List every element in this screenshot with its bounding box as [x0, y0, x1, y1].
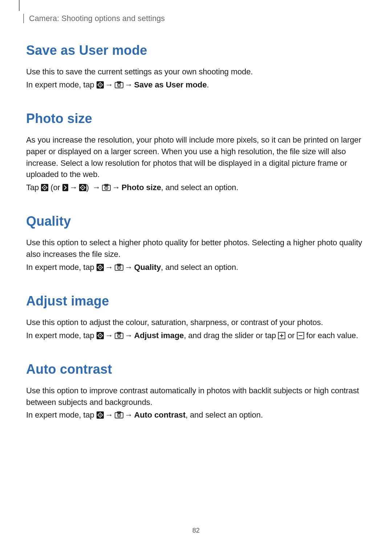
text-fragment: for each value. — [304, 331, 358, 340]
menu-label: Photo size — [122, 183, 161, 192]
menu-label: Adjust image — [134, 331, 184, 340]
heading-adjust-image: Adjust image — [26, 294, 366, 309]
text-fragment: Tap — [26, 183, 41, 192]
arrow-icon: → — [104, 330, 115, 341]
arrow-icon: → — [123, 409, 134, 421]
settings-icon — [97, 264, 104, 271]
text-fragment: In expert mode, tap — [26, 80, 97, 89]
menu-label: Save as User mode — [134, 80, 207, 89]
body-text: In expert mode, tap →→Auto contrast, and… — [26, 409, 366, 421]
body-text: Use this to save the current settings as… — [26, 66, 366, 78]
camera-icon — [115, 411, 123, 419]
text-fragment: In expert mode, tap — [26, 331, 97, 340]
settings-icon — [41, 184, 48, 191]
body-text: Use this option to improve contrast auto… — [26, 385, 366, 408]
arrow-icon: → — [123, 330, 134, 341]
arrow-icon: → — [104, 79, 115, 91]
heading-save-as-user-mode: Save as User mode — [26, 43, 366, 58]
camera-icon — [102, 184, 111, 191]
header-row: Camera: Shooting options and settings — [23, 14, 366, 23]
arrow-icon: → — [123, 79, 134, 91]
menu-label: Auto contrast — [134, 410, 185, 419]
text-fragment: , and select an option. — [161, 183, 238, 192]
text-fragment: In expert mode, tap — [26, 263, 97, 272]
breadcrumb: Camera: Shooting options and settings — [29, 14, 165, 23]
camera-icon — [115, 81, 123, 89]
body-text: In expert mode, tap →→Adjust image, and … — [26, 330, 366, 341]
text-fragment: , and select an option. — [185, 410, 263, 419]
body-text: Tap (or →) →→Photo size, and select an o… — [26, 182, 366, 193]
plus-icon — [278, 332, 285, 339]
settings-icon — [97, 81, 104, 89]
arrow-icon: → — [91, 182, 102, 193]
text-fragment: or — [285, 331, 297, 340]
body-text: Use this option to select a higher photo… — [26, 237, 366, 260]
body-text: In expert mode, tap →→Quality, and selec… — [26, 262, 366, 273]
page-number: 82 — [0, 527, 392, 534]
minus-icon — [297, 332, 304, 339]
body-text: Use this option to adjust the colour, sa… — [26, 317, 366, 328]
arrow-icon: → — [123, 262, 134, 273]
camera-icon — [115, 332, 123, 339]
text-fragment: ) — [86, 183, 91, 192]
body-text: In expert mode, tap →→Save as User mode. — [26, 79, 366, 91]
settings-icon — [97, 411, 104, 419]
text-fragment: . — [207, 80, 209, 89]
tab-marker — [19, 0, 20, 11]
header-divider — [23, 14, 24, 23]
menu-label: Quality — [134, 263, 161, 272]
arrow-icon: → — [111, 182, 122, 193]
settings-icon — [79, 184, 86, 191]
camera-icon — [115, 264, 123, 271]
heading-quality: Quality — [26, 214, 366, 229]
chevron-right-icon — [62, 184, 68, 191]
page: Camera: Shooting options and settings Sa… — [0, 0, 392, 554]
settings-icon — [97, 332, 104, 339]
heading-auto-contrast: Auto contrast — [26, 362, 366, 377]
arrow-icon: → — [104, 409, 115, 421]
text-fragment: In expert mode, tap — [26, 410, 97, 419]
body-text: As you increase the resolution, your pho… — [26, 134, 366, 181]
text-fragment: (or — [48, 183, 62, 192]
heading-photo-size: Photo size — [26, 111, 366, 126]
text-fragment: , and select an option. — [161, 263, 238, 272]
text-fragment: , and drag the slider or tap — [184, 331, 278, 340]
arrow-icon: → — [104, 262, 115, 273]
arrow-icon: → — [68, 182, 79, 193]
